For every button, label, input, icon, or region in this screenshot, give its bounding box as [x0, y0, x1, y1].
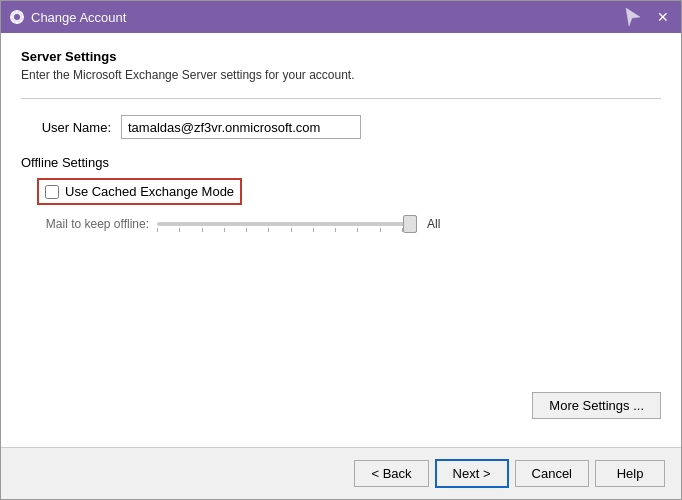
- window-title: Change Account: [31, 10, 621, 25]
- mail-keep-offline-row: Mail to keep offline:: [29, 217, 661, 231]
- content-area: Server Settings Enter the Microsoft Exch…: [1, 33, 681, 447]
- next-button[interactable]: Next >: [435, 459, 509, 488]
- tick: [224, 228, 225, 232]
- cached-exchange-mode-label: Use Cached Exchange Mode: [65, 184, 234, 199]
- username-input[interactable]: [121, 115, 361, 139]
- tick: [291, 228, 292, 232]
- tick: [380, 228, 381, 232]
- more-settings-row: More Settings ...: [21, 392, 661, 419]
- change-account-window: Change Account ✕ Server Settings Enter t…: [0, 0, 682, 500]
- tick: [246, 228, 247, 232]
- help-button[interactable]: Help: [595, 460, 665, 487]
- tick: [157, 228, 158, 232]
- more-settings-button[interactable]: More Settings ...: [532, 392, 661, 419]
- mail-keep-offline-label: Mail to keep offline:: [29, 217, 149, 231]
- slider-container: All: [157, 217, 440, 231]
- divider: [21, 98, 661, 99]
- cached-exchange-mode-row[interactable]: Use Cached Exchange Mode: [37, 178, 242, 205]
- title-bar: Change Account ✕: [1, 1, 681, 33]
- cancel-button[interactable]: Cancel: [515, 460, 589, 487]
- back-button[interactable]: < Back: [354, 460, 428, 487]
- tick: [357, 228, 358, 232]
- cursor-hint-icon: [621, 5, 645, 29]
- window-icon: [9, 9, 25, 25]
- username-row: User Name:: [21, 115, 661, 139]
- cached-exchange-mode-checkbox[interactable]: [45, 185, 59, 199]
- tick: [179, 228, 180, 232]
- slider-all-label: All: [427, 217, 440, 231]
- tick: [202, 228, 203, 232]
- svg-point-1: [14, 14, 20, 20]
- server-settings-description: Enter the Microsoft Exchange Server sett…: [21, 68, 661, 82]
- offline-settings-heading: Offline Settings: [21, 155, 661, 170]
- spacer: [21, 247, 661, 392]
- tick: [335, 228, 336, 232]
- server-settings-heading: Server Settings: [21, 49, 661, 64]
- slider-track[interactable]: [157, 222, 417, 226]
- username-label: User Name:: [21, 120, 111, 135]
- close-button[interactable]: ✕: [653, 7, 673, 27]
- offline-settings-section: Offline Settings Use Cached Exchange Mod…: [21, 155, 661, 231]
- tick: [268, 228, 269, 232]
- bottom-bar: < Back Next > Cancel Help: [1, 447, 681, 499]
- slider-thumb[interactable]: [403, 215, 417, 233]
- tick: [313, 228, 314, 232]
